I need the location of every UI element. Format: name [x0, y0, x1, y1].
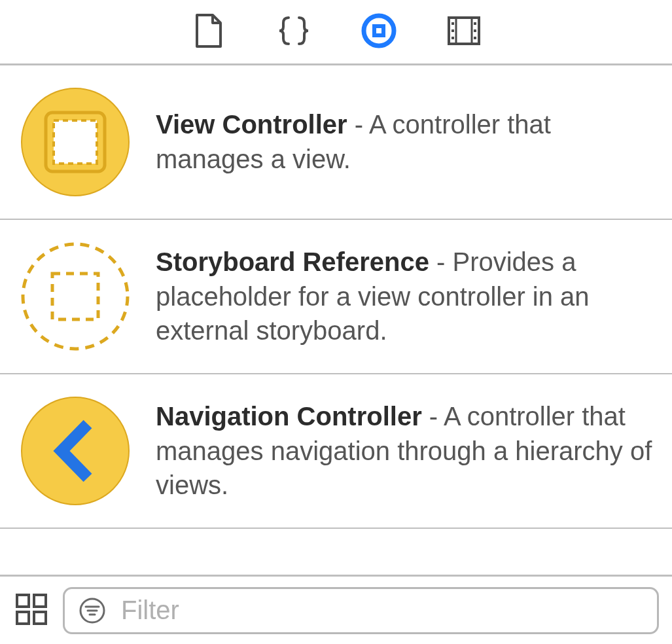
svg-point-0 — [364, 16, 394, 46]
library-item-title: View Controller — [156, 110, 347, 139]
view-controller-icon — [20, 86, 131, 198]
library-item-text: Navigation Controller - A controller tha… — [156, 399, 655, 503]
library-item-title: Navigation Controller — [156, 402, 422, 431]
grid-view-button[interactable] — [12, 591, 51, 630]
svg-rect-9 — [474, 29, 476, 32]
braces-icon — [277, 14, 311, 50]
svg-rect-21 — [17, 612, 29, 624]
svg-rect-7 — [451, 37, 454, 39]
tab-code-snippets[interactable] — [275, 14, 312, 50]
library-item-storyboard-reference[interactable]: Storyboard Reference - Provides a placeh… — [0, 220, 672, 374]
library-item-view-controller[interactable]: View Controller - A controller that mana… — [0, 65, 672, 220]
svg-rect-8 — [474, 22, 476, 25]
svg-rect-10 — [474, 37, 476, 39]
svg-rect-16 — [52, 274, 98, 319]
svg-rect-22 — [34, 612, 46, 624]
svg-rect-6 — [451, 29, 454, 32]
svg-rect-1 — [374, 26, 383, 35]
storyboard-reference-icon — [20, 241, 131, 352]
filter-icon — [78, 596, 107, 625]
library-bottom-bar — [0, 575, 672, 644]
object-target-icon — [361, 12, 397, 52]
dash-separator: - — [422, 402, 444, 431]
library-category-tabs — [0, 0, 672, 65]
tab-file-templates[interactable] — [190, 14, 227, 50]
svg-rect-14 — [54, 120, 97, 164]
dash-separator: - — [347, 110, 369, 139]
tab-object-library[interactable] — [361, 14, 397, 50]
filter-field[interactable] — [63, 587, 659, 634]
file-icon — [194, 14, 223, 50]
svg-rect-19 — [17, 595, 29, 607]
filter-input[interactable] — [120, 595, 644, 626]
svg-point-15 — [23, 244, 128, 349]
library-item-text: View Controller - A controller that mana… — [156, 107, 655, 177]
film-icon — [447, 16, 481, 48]
object-library-list: View Controller - A controller that mana… — [0, 65, 672, 529]
tab-media-library[interactable] — [446, 14, 482, 50]
library-item-title: Storyboard Reference — [156, 247, 429, 276]
grid-icon — [13, 591, 50, 630]
library-item-text: Storyboard Reference - Provides a placeh… — [156, 245, 655, 348]
dash-separator: - — [429, 247, 453, 276]
svg-rect-20 — [34, 595, 46, 607]
library-item-navigation-controller[interactable]: Navigation Controller - A controller tha… — [0, 374, 672, 529]
navigation-controller-icon — [20, 395, 131, 507]
svg-rect-5 — [451, 22, 454, 25]
